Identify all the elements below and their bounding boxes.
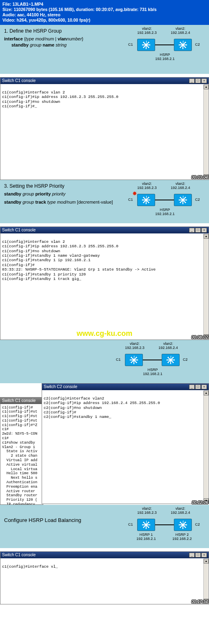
network-diagram-2: vlan2: 192.168.2.3 vlan2: 192.168.2.4 C1… xyxy=(117,182,207,222)
console-titlebar[interactable]: Switch C1 console _ □ × xyxy=(0,552,209,558)
meta-video: h264, yuv420p, 800x600, 10.00 fps(r) xyxy=(17,18,90,22)
meta-size: 110267090 bytes (105.16 MiB), duration: … xyxy=(13,7,156,12)
console-titlebar[interactable]: Switch C1 console _ □ × xyxy=(0,78,209,84)
close-button[interactable]: × xyxy=(201,384,207,389)
console-window-c1-d: Switch C1 console _ □ × c1(config)#inter… xyxy=(0,551,209,604)
minimize-button[interactable]: _ xyxy=(189,553,195,557)
close-button[interactable]: × xyxy=(201,553,207,557)
c1-label: C1 xyxy=(128,198,133,202)
meta-audio-label: Audio: xyxy=(2,12,16,17)
timestamp: 00:08:02 xyxy=(191,335,208,340)
vlan-label-left: vlan2: 192.168.2.3 xyxy=(122,342,147,350)
network-diagram-4: vlan2: 192.168.2.3 vlan2: 192.168.2.4 C1… xyxy=(117,506,207,546)
overlapping-consoles: Switch C1 console c1(config-if)# c1(conf… xyxy=(0,383,209,505)
slide1-cmd-interface: interface {type mod/num | vlannumber} xyxy=(4,36,110,41)
meta-file-label: File: xyxy=(2,2,11,7)
scrollbar[interactable]: ▲ ▼ xyxy=(203,84,208,179)
network-diagram-3: vlan2: 192.168.2.3 vlan2: 192.168.2.4 C1… xyxy=(104,342,194,382)
slide-diagram-only: vlan2: 192.168.2.3 vlan2: 192.168.2.4 C1… xyxy=(0,340,209,383)
slide-load-balancing: Configure HSRP Load Balancing vlan2: 192… xyxy=(0,505,209,548)
hsrp-label: HSRP 192.168.2.1 xyxy=(153,53,177,61)
console-window-c1: Switch C1 console _ □ × c1(config)#inter… xyxy=(0,77,209,180)
console-title: Switch C2 console xyxy=(44,384,77,389)
meta-size-label: Size: xyxy=(2,7,13,12)
close-button[interactable]: × xyxy=(201,78,207,83)
maximize-button[interactable]: □ xyxy=(195,553,201,557)
vlan-label-right: vlan2: 192.168.2.4 xyxy=(156,342,180,350)
console-output[interactable]: c1(config)#interface vlan 2 c1(config-if… xyxy=(0,84,209,111)
c2-label: C2 xyxy=(195,198,200,202)
slide1-title: 1. Define the HSRP Group xyxy=(4,28,110,34)
console-titlebar[interactable]: Switch C2 console _ □ × xyxy=(42,384,209,390)
vlan-label-right: vlan2: 192.168.2.4 xyxy=(168,182,193,190)
vlan-label-right: vlan2: 192.168.2.4 xyxy=(168,27,193,35)
link-line xyxy=(155,44,174,45)
hsrp2-label: HSRP 2 192.168.2.2 xyxy=(170,533,194,541)
scroll-up-icon[interactable]: ▲ xyxy=(204,234,209,239)
slide2-title: 3. Setting the HSRP Priority xyxy=(4,183,127,189)
meta-video-label: Video: xyxy=(2,18,16,22)
scrollbar[interactable]: ▲ ▼ xyxy=(203,559,208,604)
c2-label: C2 xyxy=(195,42,200,47)
network-diagram-1: vlan2: 192.168.2.3 vlan2: 192.168.2.4 C1… xyxy=(117,27,207,67)
scroll-up-icon[interactable]: ▲ xyxy=(204,84,209,89)
console-window-c1-b: Switch C1 console _ □ × c1(config)#inter… xyxy=(0,227,209,340)
slide2-cmd-track: standby group track type mod/num [decrem… xyxy=(4,200,127,204)
minimize-button[interactable]: _ xyxy=(189,78,195,83)
timestamp: 00:03:04 xyxy=(191,175,208,180)
vlan-label-left: vlan2: 192.168.2.3 xyxy=(135,27,159,35)
console-output[interactable]: c2(config)#interface vlan2 c2(config-if)… xyxy=(42,390,209,421)
console-title: Switch C1 console xyxy=(2,553,36,557)
maximize-button[interactable]: □ xyxy=(195,78,201,83)
slide-hsrp-group: 1. Define the HSRP Group interface {type… xyxy=(0,25,209,74)
minimize-button[interactable]: _ xyxy=(189,228,195,233)
timestamp: 00:12:06 xyxy=(192,500,208,505)
slide-hsrp-priority: 3. Setting the HSRP Priority standby gro… xyxy=(0,180,209,223)
console-title: Switch C1 console xyxy=(2,228,36,232)
console-title: Switch C1 console xyxy=(2,398,36,403)
link-line xyxy=(155,200,174,200)
switch-icon xyxy=(137,519,155,531)
c2-label: C2 xyxy=(195,522,200,526)
video-meta-header: File: 13LAB1~1.MP4 Size: 110267090 bytes… xyxy=(0,0,209,25)
console-window-c1-back[interactable]: Switch C1 console c1(config-if)# c1(conf… xyxy=(0,397,43,505)
minimize-button[interactable]: _ xyxy=(189,384,195,389)
maximize-button[interactable]: □ xyxy=(195,228,201,233)
vlan-label-right: vlan2: 192.168.2.4 xyxy=(168,506,193,515)
console-titlebar[interactable]: Switch C1 console _ □ × xyxy=(0,227,209,233)
c1-label: C1 xyxy=(116,358,121,362)
switch-icon xyxy=(137,39,155,51)
scrollbar[interactable]: ▲ ▼ xyxy=(203,234,208,339)
watermark-text: www.cg-ku.com xyxy=(77,329,132,338)
hsrp-label: HSRP 192.168.2.1 xyxy=(153,208,177,216)
c2-label: C2 xyxy=(183,358,188,362)
switch-icon xyxy=(137,194,155,206)
scroll-up-icon[interactable]: ▲ xyxy=(204,559,209,564)
meta-file: 13LAB1~1.MP4 xyxy=(13,2,44,7)
slide1-cmd-standby: standby group name string xyxy=(4,42,110,47)
console-output[interactable]: c1(config-if)# c1(config-if)#st c1(confi… xyxy=(0,404,43,513)
console-window-c2-front: Switch C2 console _ □ × c2(config)#inter… xyxy=(42,383,209,504)
c1-label: C1 xyxy=(128,42,133,47)
console-output[interactable]: c1(config)#interface vl_ xyxy=(0,558,209,571)
vlan-label-left: vlan2: 192.168.2.3 xyxy=(135,506,159,515)
console-title: Switch C1 console xyxy=(2,78,36,83)
hsrp-label: HSRP 192.168.2.1 xyxy=(140,368,165,376)
console-output[interactable]: c1(config)#interface vlan 2 c1(config-if… xyxy=(0,233,209,283)
close-button[interactable]: × xyxy=(201,228,207,233)
link-line xyxy=(143,360,162,360)
scrollbar[interactable]: ▲ ▼ xyxy=(203,391,208,503)
console-titlebar-inactive[interactable]: Switch C1 console xyxy=(0,398,43,404)
hsrp1-label: HSRP 1 192.168.2.1 xyxy=(134,533,158,541)
switch-icon xyxy=(174,39,192,51)
timestamp: 00:17:34 xyxy=(191,600,208,604)
c1-label: C1 xyxy=(128,522,133,526)
switch-icon xyxy=(162,354,180,366)
slide2-cmd-priority: standby group priority priority xyxy=(4,191,127,196)
maximize-button[interactable]: □ xyxy=(195,384,201,389)
switch-icon xyxy=(125,354,143,366)
slide4-title: Configure HSRP Load Balancing xyxy=(4,517,110,523)
switch-icon xyxy=(174,519,192,531)
vlan-label-left: vlan2: 192.168.2.3 xyxy=(135,182,159,190)
scroll-up-icon[interactable]: ▲ xyxy=(204,391,209,395)
